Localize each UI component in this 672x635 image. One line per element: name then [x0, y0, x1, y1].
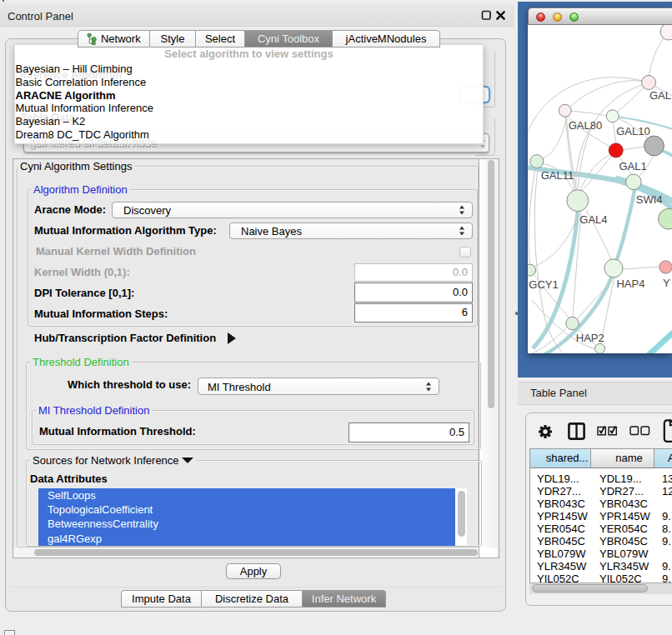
svg-text:HAP2: HAP2	[576, 332, 604, 344]
svg-text:GAL4: GAL4	[579, 213, 607, 226]
svg-text:GCY1: GCY1	[529, 278, 558, 291]
svg-text:GAL11: GAL11	[541, 169, 574, 182]
svg-text:HAP4: HAP4	[616, 278, 644, 290]
svg-text:Y: Y	[663, 277, 670, 289]
svg-text:SWI4: SWI4	[636, 193, 663, 206]
svg-text:GAL: GAL	[649, 89, 671, 102]
svg-text:GAL1: GAL1	[619, 160, 646, 172]
svg-text:GAL10: GAL10	[616, 125, 649, 138]
svg-text:GAL80: GAL80	[569, 119, 602, 132]
